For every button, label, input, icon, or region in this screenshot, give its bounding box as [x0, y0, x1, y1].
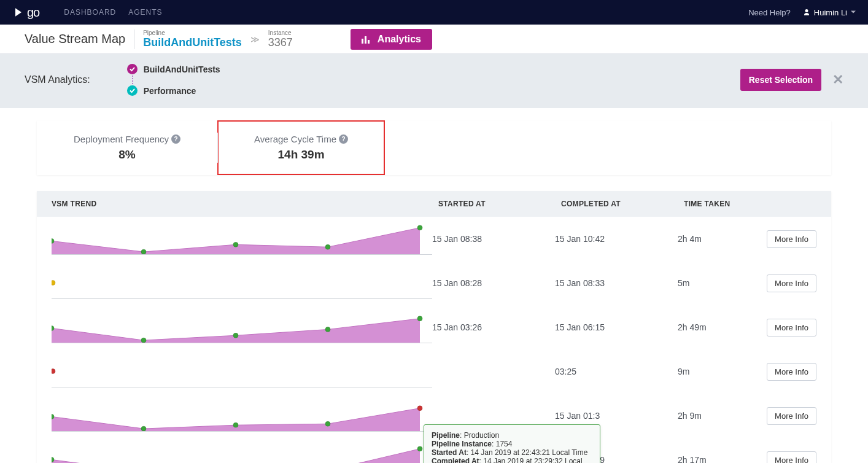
flow-connector: [132, 76, 220, 84]
go-icon: [12, 6, 25, 18]
flow-label: Performance: [144, 86, 196, 96]
help-link[interactable]: Need Help?: [748, 8, 791, 17]
metric-title: Average Cycle Time: [254, 134, 336, 144]
pipeline-label: Pipeline: [143, 29, 242, 36]
tooltip-key: Pipeline Instance: [432, 440, 492, 448]
nav-agents[interactable]: AGENTS: [128, 8, 162, 17]
help-icon[interactable]: ?: [339, 134, 348, 144]
metric-value: 8%: [74, 148, 180, 161]
col-header-started: STARTED AT: [438, 200, 561, 208]
analytics-bar-label: VSM Analytics:: [25, 74, 90, 85]
cell-completed: 15 Jan 08:33: [555, 278, 678, 288]
svg-point-17: [233, 422, 238, 427]
flow-selection: BuildAndUnitTests Performance: [127, 64, 220, 96]
sub-header: Value Stream Map Pipeline BuildAndUnitTe…: [0, 25, 868, 54]
sparkline-chart[interactable]: [52, 400, 432, 432]
metric-average-cycle-time: Average Cycle Time ? 14h 39m: [217, 120, 385, 175]
col-header-completed: COMPLETED AT: [561, 200, 684, 208]
close-icon[interactable]: ✕: [832, 72, 843, 88]
table-row: 15 Jan 03:26 15 Jan 06:15 2h 49m More In…: [37, 305, 831, 349]
analytics-bar: VSM Analytics: BuildAndUnitTests Perform…: [0, 54, 868, 108]
svg-point-16: [141, 426, 146, 431]
instance-label: Instance: [268, 29, 293, 36]
svg-rect-1: [365, 36, 366, 44]
sparkline-chart[interactable]: [52, 444, 432, 463]
svg-point-19: [417, 406, 422, 411]
chevron-right-icon: ≫: [250, 34, 260, 44]
cell-time: 5m: [678, 278, 758, 288]
breadcrumb-instance: Instance 3367: [268, 29, 293, 49]
col-header-time: TIME TAKEN: [684, 200, 764, 208]
metrics-card: Deployment Frequency ? 8% Average Cycle …: [37, 120, 831, 175]
cell-time: 2h 17m: [678, 455, 758, 463]
user-menu[interactable]: Huimin Li: [803, 8, 856, 17]
svg-point-6: [325, 244, 330, 249]
table-row: 15 Jan 08:28 15 Jan 08:33 5m More Info: [37, 261, 831, 305]
cell-started: 15 Jan 08:28: [432, 278, 555, 288]
tooltip-key: Pipeline: [432, 431, 460, 440]
tooltip-val: 14 Jan 2019 at 22:43:21 Local Time: [471, 448, 588, 457]
user-icon: [803, 9, 810, 16]
flow-dot-icon: [127, 64, 138, 74]
user-name: Huimin Li: [814, 8, 847, 17]
help-icon[interactable]: ?: [171, 134, 180, 144]
more-info-button[interactable]: More Info: [767, 319, 816, 337]
more-info-button[interactable]: More Info: [767, 363, 816, 381]
svg-point-14: [52, 369, 55, 374]
svg-point-5: [233, 242, 238, 247]
sparkline-chart[interactable]: [52, 223, 432, 255]
more-info-button[interactable]: More Info: [767, 230, 816, 248]
tooltip-key: Completed At: [432, 457, 479, 463]
more-info-button[interactable]: More Info: [767, 274, 816, 292]
svg-point-10: [141, 338, 146, 343]
sparkline-chart[interactable]: [52, 267, 432, 299]
analytics-button[interactable]: Analytics: [351, 29, 432, 50]
logo-text: go: [27, 6, 39, 20]
svg-point-8: [52, 281, 55, 286]
svg-point-4: [141, 249, 146, 254]
metric-value: 14h 39m: [254, 148, 348, 161]
metric-title: Deployment Frequency: [74, 134, 169, 144]
cell-time: 2h 4m: [678, 234, 758, 244]
cell-time: 2h 9m: [678, 411, 758, 421]
pipeline-link[interactable]: BuildAndUnitTests: [143, 36, 242, 49]
analytics-label: Analytics: [378, 34, 421, 45]
logo[interactable]: go: [12, 6, 39, 20]
svg-rect-2: [368, 40, 370, 44]
nav-dashboard[interactable]: DASHBOARD: [64, 8, 116, 17]
more-info-button[interactable]: More Info: [767, 407, 816, 425]
breadcrumb-pipeline: Pipeline BuildAndUnitTests: [143, 29, 242, 49]
sparkline-chart[interactable]: [52, 311, 432, 343]
table-row: 03:25 9m More Info: [37, 349, 831, 394]
flow-item-1[interactable]: Performance: [127, 85, 220, 96]
table-row: 15 Jan 08:38 15 Jan 10:42 2h 4m More Inf…: [37, 217, 831, 261]
cell-completed: 03:25: [555, 367, 678, 376]
content: Deployment Frequency ? 8% Average Cycle …: [0, 108, 868, 463]
metric-deployment-frequency: Deployment Frequency ? 8%: [37, 120, 217, 175]
cell-time: 2h 49m: [678, 322, 758, 332]
svg-point-12: [325, 327, 330, 332]
svg-point-18: [325, 421, 330, 426]
reset-selection-button[interactable]: Reset Selection: [740, 69, 821, 91]
more-info-button[interactable]: More Info: [767, 451, 816, 464]
chart-tooltip: Pipeline: Production Pipeline Instance: …: [424, 424, 600, 463]
tooltip-key: Started At: [432, 448, 467, 457]
cell-completed: 15 Jan 10:42: [555, 234, 678, 244]
svg-point-13: [417, 316, 422, 321]
flow-dot-icon: [127, 85, 138, 96]
tooltip-val: Production: [464, 431, 499, 440]
page-title: Value Stream Map: [25, 32, 125, 46]
col-header-trend: VSM TREND: [52, 200, 438, 208]
top-nav: go DASHBOARD AGENTS Need Help? Huimin Li: [0, 0, 868, 25]
chevron-down-icon: [851, 10, 856, 15]
cell-started: 15 Jan 03:26: [432, 322, 555, 332]
vsm-trend-table: VSM TREND STARTED AT COMPLETED AT TIME T…: [37, 191, 831, 463]
bar-chart-icon: [362, 35, 371, 44]
svg-point-7: [417, 225, 422, 230]
flow-item-0[interactable]: BuildAndUnitTests: [127, 64, 220, 74]
svg-rect-0: [362, 39, 363, 44]
cell-completed: 15 Jan 06:15: [555, 322, 678, 332]
flow-label: BuildAndUnitTests: [144, 64, 220, 74]
cell-started: 15 Jan 08:38: [432, 234, 555, 244]
sparkline-chart[interactable]: [52, 356, 432, 387]
